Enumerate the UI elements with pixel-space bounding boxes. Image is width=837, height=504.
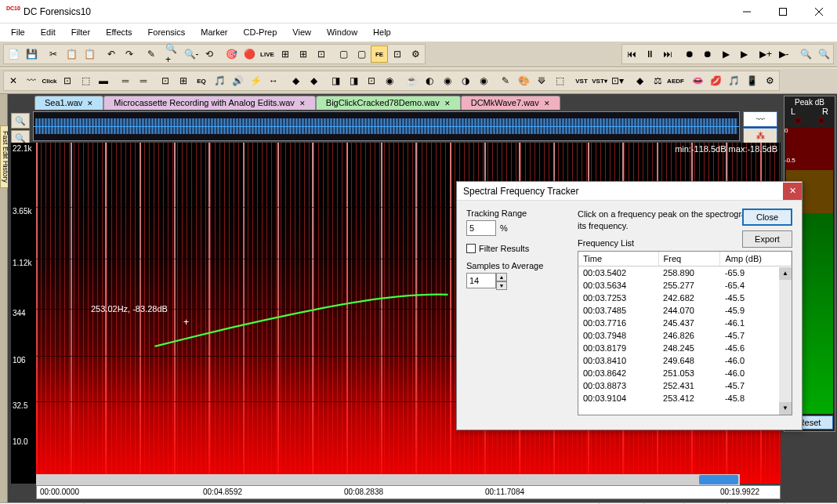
tab-close-icon[interactable]: ✕ <box>544 100 550 107</box>
toolbar-button-21[interactable]: ◨ <box>327 72 344 89</box>
toolbar-button-12[interactable]: 🔍+ <box>165 45 182 63</box>
toolbar-button-4[interactable]: 📋 <box>63 45 80 63</box>
toolbar-button-0[interactable]: ✕ <box>5 72 22 89</box>
dialog-close-button[interactable]: ✕ <box>783 183 802 200</box>
toolbar-button-19[interactable]: ⊞ <box>277 45 294 63</box>
toolbar-button-5[interactable]: ▬ <box>95 72 112 89</box>
toolbar-button-48[interactable]: 📱 <box>743 72 760 89</box>
toolbar-button-41[interactable]: ◆ <box>631 72 648 89</box>
window-close-button[interactable] <box>801 0 837 24</box>
scrollbar-thumb[interactable] <box>699 475 738 484</box>
toolbar-button-29[interactable]: ◑ <box>457 72 474 89</box>
toolbar-button-35[interactable]: ⬚ <box>551 72 568 89</box>
close-button[interactable]: Close <box>742 208 792 226</box>
toolbar-button-37[interactable]: VST <box>573 72 590 89</box>
menu-file[interactable]: File <box>3 25 33 39</box>
toolbar-button-18[interactable]: ◆ <box>287 72 304 89</box>
toolbar-button-24[interactable]: ◉ <box>381 72 398 89</box>
toolbar-button-33[interactable]: 🎨 <box>515 72 532 89</box>
toolbar-button-28[interactable]: ◉ <box>439 72 456 89</box>
toolbar-button-49[interactable]: ⚙ <box>761 72 778 89</box>
scroll-up-button[interactable]: ▲ <box>779 267 792 280</box>
toolbar-button-39[interactable]: ⊡▾ <box>609 72 626 89</box>
table-row[interactable]: 00:03.7948246.826-45.7 <box>578 329 792 342</box>
export-button[interactable]: Export <box>742 230 792 248</box>
table-row[interactable]: 00:03.8410249.648-46.0 <box>578 354 792 367</box>
table-header[interactable]: Amp (dB) <box>720 252 792 267</box>
tab-sea1-wav[interactable]: Sea1.wav✕ <box>34 96 103 110</box>
toolbar-button-43[interactable]: AEDF <box>667 72 684 89</box>
toolbar-button-12[interactable]: EQ <box>193 72 210 89</box>
toolbar-button-2[interactable]: Click <box>41 72 58 89</box>
tab-close-icon[interactable]: ✕ <box>299 100 306 107</box>
transport-button-0[interactable]: ⏮ <box>623 45 640 63</box>
toolbar-button-23[interactable]: ⊡ <box>363 72 380 89</box>
toolbar-button-45[interactable]: 👄 <box>689 72 706 89</box>
transport-button-13[interactable]: 🔍 <box>815 45 832 63</box>
toolbar-button-26[interactable]: ☕ <box>403 72 420 89</box>
overview-mode-b-button[interactable]: ⁂ <box>743 128 777 143</box>
table-row[interactable]: 00:03.8642251.053-46.0 <box>578 367 792 379</box>
menu-forensics[interactable]: Forensics <box>140 25 194 39</box>
toolbar-button-5[interactable]: 📋 <box>81 45 98 63</box>
toolbar-button-15[interactable]: ⚡ <box>247 72 264 89</box>
toolbar-button-1[interactable]: 〰 <box>23 72 40 89</box>
samples-input[interactable] <box>466 273 496 288</box>
toolbar-button-11[interactable]: ⊞ <box>175 72 192 89</box>
toolbar-button-10[interactable]: ✎ <box>143 45 160 63</box>
toolbar-button-1[interactable]: 💾 <box>23 45 40 63</box>
toolbar-button-26[interactable]: ⊡ <box>389 45 406 63</box>
toolbar-button-42[interactable]: ⚖ <box>649 72 666 89</box>
window-minimize-button[interactable] <box>729 0 765 24</box>
transport-button-9[interactable]: ▶+ <box>757 45 774 63</box>
tab-close-icon[interactable]: ✕ <box>444 100 451 107</box>
toolbar-button-27[interactable]: ◐ <box>421 72 438 89</box>
toolbar-button-3[interactable]: ⊡ <box>59 72 76 89</box>
transport-button-2[interactable]: ⏭ <box>659 45 676 63</box>
transport-button-12[interactable]: 🔍 <box>797 45 814 63</box>
tracking-range-input[interactable] <box>466 220 496 236</box>
spinner-down-button[interactable]: ▼ <box>496 281 507 290</box>
toolbar-button-19[interactable]: ◆ <box>305 72 322 89</box>
menu-marker[interactable]: Marker <box>193 25 235 39</box>
menu-filter[interactable]: Filter <box>63 25 98 39</box>
filter-results-checkbox[interactable]: Filter Results <box>466 244 568 253</box>
menu-help[interactable]: Help <box>365 25 399 39</box>
dialog-titlebar[interactable]: Spectral Frequency Tracker ✕ <box>457 182 802 201</box>
toolbar-button-7[interactable]: ═ <box>117 72 134 89</box>
toolbar-button-13[interactable]: 🔍- <box>183 45 200 63</box>
time-axis[interactable]: 00:00.000000:04.859200:08.283800:11.7084… <box>36 485 781 499</box>
toolbar-button-8[interactable]: ↷ <box>121 45 138 63</box>
toolbar-button-18[interactable]: LIVE <box>259 45 276 63</box>
table-row[interactable]: 00:03.7716245.437-46.1 <box>578 317 792 329</box>
toolbar-button-23[interactable]: ▢ <box>335 45 352 63</box>
toolbar-button-14[interactable]: ⟲ <box>201 45 218 63</box>
toolbar-button-30[interactable]: ◉ <box>475 72 492 89</box>
toolbar-button-38[interactable]: VST▾ <box>591 72 608 89</box>
table-header[interactable]: Freq <box>658 252 720 267</box>
toolbar-button-13[interactable]: 🎵 <box>211 72 228 89</box>
toolbar-button-8[interactable]: ═ <box>135 72 152 89</box>
toolbar-button-16[interactable]: ↔ <box>265 72 282 89</box>
tab-bigclickcracked78demo-wav[interactable]: BigClickCracked78Demo.wav✕ <box>316 96 461 110</box>
overview-mode-a-button[interactable]: 〰 <box>743 111 777 127</box>
toolbar-button-14[interactable]: 🔊 <box>229 72 246 89</box>
toolbar-button-0[interactable]: 📄 <box>5 45 22 63</box>
menu-cd-prep[interactable]: CD-Prep <box>236 25 285 39</box>
transport-button-4[interactable]: ⏺ <box>681 45 698 63</box>
toolbar-button-4[interactable]: ⬚ <box>77 72 94 89</box>
transport-button-1[interactable]: ⏸ <box>641 45 658 63</box>
toolbar-button-21[interactable]: ⊡ <box>313 45 330 63</box>
table-row[interactable]: 00:03.7253242.682-45.5 <box>578 292 792 304</box>
zoom-in-button[interactable]: 🔍 <box>11 113 30 129</box>
spinner-up-button[interactable]: ▲ <box>496 273 507 281</box>
tab-microcassette-recording-with-analog-edits-wav[interactable]: Microcassette Recording with Analog Edit… <box>103 96 316 110</box>
toolbar-button-46[interactable]: 💋 <box>707 72 724 89</box>
tab-close-icon[interactable]: ✕ <box>87 100 93 107</box>
table-row[interactable]: 00:03.7485244.070-45.9 <box>578 304 792 317</box>
toolbar-button-32[interactable]: ✎ <box>497 72 514 89</box>
toolbar-button-7[interactable]: ↶ <box>103 45 120 63</box>
toolbar-button-10[interactable]: ⊡ <box>157 72 174 89</box>
toolbar-button-47[interactable]: 🎵 <box>725 72 742 89</box>
toolbar-button-34[interactable]: ⟱ <box>533 72 550 89</box>
